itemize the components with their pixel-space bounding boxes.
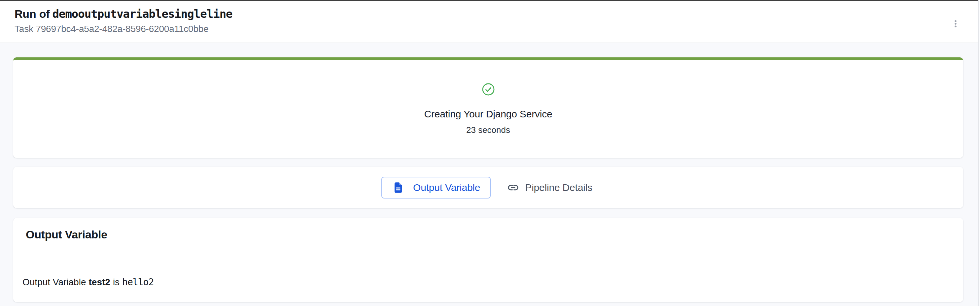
- tab-pipeline-details[interactable]: Pipeline Details: [504, 177, 595, 198]
- page-title-prefix: Run of: [14, 8, 49, 20]
- tab-output-variable-label: Output Variable: [413, 182, 480, 193]
- output-variable-card: Output Variable Output Variable test2 is…: [13, 218, 963, 302]
- header-menu-button[interactable]: [946, 14, 965, 33]
- output-line-connector: is: [113, 277, 119, 287]
- check-circle-icon: [482, 83, 495, 96]
- status-card: Creating Your Django Service 23 seconds: [13, 57, 963, 158]
- tab-output-variable[interactable]: Output Variable: [381, 177, 491, 198]
- tab-pipeline-details-label: Pipeline Details: [525, 182, 592, 193]
- output-section-heading: Output Variable: [13, 228, 963, 241]
- output-variable-value: hello2: [122, 277, 154, 287]
- status-title: Creating Your Django Service: [424, 108, 552, 120]
- output-line-prefix: Output Variable: [22, 277, 86, 287]
- status-duration: 23 seconds: [466, 125, 510, 135]
- page-body: Creating Your Django Service 23 seconds …: [0, 43, 978, 305]
- task-id-subtitle: Task 79697bc4-a5a2-482a-8596-6200a11c0bb…: [14, 24, 964, 34]
- output-variable-name: test2: [89, 277, 110, 287]
- page-title: Run ofdemooutputvariablesingleline: [14, 8, 964, 21]
- tabs-card: Output Variable Pipeline Details: [13, 167, 963, 208]
- kebab-menu-icon: [951, 19, 961, 29]
- page-title-run-name: demooutputvariablesingleline: [52, 7, 232, 21]
- run-header: Run ofdemooutputvariablesingleline Task …: [0, 1, 978, 43]
- document-icon: [392, 181, 404, 194]
- link-icon: [507, 182, 519, 193]
- output-variable-line: Output Variable test2 is hello2: [13, 277, 963, 287]
- app-window: Run ofdemooutputvariablesingleline Task …: [0, 0, 979, 306]
